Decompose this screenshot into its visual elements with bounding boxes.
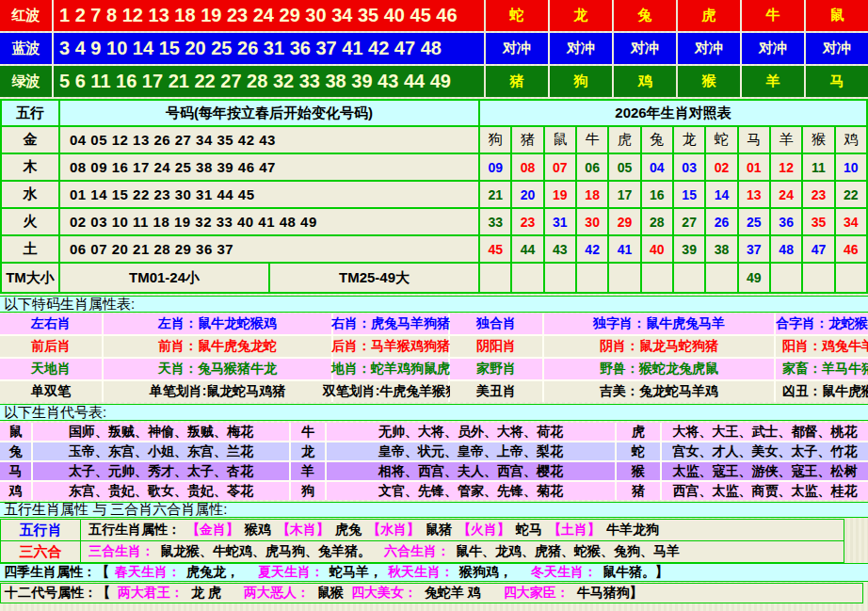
section-title-harmony: 五行生肖属性 与 三合肖六合肖属性: [0, 502, 868, 518]
attr-label: 阴阳肖 [450, 336, 542, 357]
zodiac-number-cell: 38 [706, 236, 736, 262]
zodiac-header-cell: 羊 [771, 127, 801, 153]
zodiac-number-cell: 29 [609, 209, 639, 234]
code-values: 东宫、贵妃、歌女、贵妃、苓花 [33, 482, 289, 500]
code-values: 无帅、大将、员外、大将、荷花 [327, 423, 615, 441]
zodiac-number-cell [577, 264, 607, 292]
zodiac-number-cell: 48 [771, 236, 801, 262]
zodiac-header-cell: 兔 [642, 127, 672, 153]
zodiac-number-cell: 40 [642, 236, 672, 262]
zodiac-number-cell: 03 [674, 154, 704, 180]
wuxing-value: 猴鸡 [245, 522, 271, 539]
clash-cell: 对冲 [486, 33, 548, 64]
attr-value: 阴肖：鼠龙马蛇狗猪 [544, 336, 774, 357]
zodiac-number-cell: 26 [706, 209, 736, 234]
zodiac-number-cell [706, 264, 736, 292]
code-zodiac-label: 虎 [617, 423, 660, 441]
zodiac-number-cell: 35 [803, 209, 833, 234]
code-values: 国师、叛贼、神偷、叛贼、梅花 [33, 423, 289, 441]
red-wave-row: 红波 1 2 7 8 12 13 18 19 23 24 29 30 34 35… [0, 0, 868, 31]
five-element-harmony-table: 五行肖 五行生肖属性： 【金肖】猴鸡 【木肖】虎兔 【水肖】鼠猪 【火肖】蛇马 … [0, 519, 844, 563]
red-wave-numbers: 1 2 7 8 12 13 18 19 23 24 29 30 34 35 40… [54, 0, 484, 31]
clash-cell: 对冲 [742, 33, 804, 64]
attr-value: 家畜：羊马牛猪狗鸡 [776, 359, 868, 379]
zodiac-header-cell: 虎 [609, 127, 639, 153]
element-label-gold: 金 [2, 127, 58, 153]
attr-label: 单双笔 [0, 381, 102, 402]
element-label-fire: 火 [2, 209, 58, 234]
twelve-key: 四大家臣： [504, 585, 570, 602]
code-values: 大将、大王、武士、都督、桃花 [662, 423, 868, 441]
clash-cell: 对冲 [806, 33, 868, 64]
wuxing-value: 虎兔 [335, 522, 362, 539]
zodiac-number-cell: 22 [836, 182, 866, 207]
red-wave-zodiac-cell: 兔 [614, 0, 676, 31]
zodiac-number-cell: 23 [512, 209, 542, 234]
twelve-value: 鼠猴 [317, 585, 344, 602]
red-wave-zodiac-cell: 蛇 [486, 0, 548, 31]
attr-value: 后肖：马羊猴鸡狗猪 [333, 336, 448, 357]
seasons-title: 四季生肖属性：【 [4, 564, 109, 581]
season-value: 虎兔龙， [186, 564, 239, 581]
attr-value: 天肖：兔马猴猪牛龙 [104, 359, 331, 379]
green-wave-zodiac-cell: 猴 [678, 66, 740, 97]
zodiac-number-cell: 15 [674, 182, 704, 207]
attr-value: 单笔划肖:鼠龙蛇马鸡猪 [104, 381, 331, 402]
zodiac-number-cell: 36 [771, 209, 801, 234]
zodiac-number-cell: 30 [577, 209, 607, 234]
zodiac-header-cell: 鸡 [836, 127, 866, 153]
code-zodiac-label: 龙 [291, 442, 325, 460]
zodiac-number-cell: 25 [739, 209, 769, 234]
tm-size-label: TM大小 [2, 264, 58, 292]
green-wave-zodiac-cell: 马 [806, 66, 868, 97]
zodiac-header-cell: 狗 [480, 127, 510, 153]
clash-cell: 对冲 [614, 33, 676, 64]
header-numbers: 号码(每年按立春后开始变化号码) [60, 101, 478, 125]
header-five-elements: 五行 [2, 101, 58, 125]
zodiac-number-cell [771, 264, 801, 292]
wuxing-value: 牛羊龙狗 [606, 522, 659, 539]
green-wave-zodiac-cell: 羊 [742, 66, 804, 97]
zodiac-number-cell: 49 [739, 264, 769, 292]
zodiac-number-cell: 27 [674, 209, 704, 234]
element-label-earth: 土 [2, 236, 58, 262]
zodiac-number-cell: 23 [803, 182, 833, 207]
zodiac-header-cell: 牛 [577, 127, 607, 153]
season-value: 蛇马羊， [330, 564, 382, 581]
zodiac-number-cell: 02 [706, 154, 736, 180]
attr-value: 凶丑：鼠牛虎猴狗猪 [776, 381, 868, 402]
season-key: 春天生肖： [115, 564, 181, 581]
attr-value: 野兽：猴蛇龙兔虎鼠 [544, 359, 774, 379]
zodiac-number-cell: 31 [545, 209, 575, 234]
five-elements-zodiac-table: 五行 号码(每年按立春后开始变化号码) 2026年生肖对照表 金 04 05 1… [0, 99, 868, 294]
wuxing-row-label: 五行肖 [1, 520, 80, 540]
zodiac-number-cell: 05 [609, 154, 639, 180]
code-values: 太监、寇王、游侠、寇王、松树 [662, 462, 868, 480]
sanhe-key: 三合生肖： [88, 543, 154, 560]
attr-value: 右肖：虎兔马羊狗猪 [333, 314, 448, 334]
twelve-key: 两大君王： [118, 585, 184, 602]
zodiac-number-cell: 46 [836, 236, 866, 262]
code-values: 西宫、太监、商贾、太监、桂花 [662, 482, 868, 500]
blue-wave-label: 蓝波 [0, 33, 52, 64]
attr-value: 前肖：鼠牛虎兔龙蛇 [104, 336, 331, 357]
tm-big-cell: TM25-49大 [270, 264, 478, 292]
attr-value: 阳肖：鸡兔牛羊虎猴 [776, 336, 868, 357]
zodiac-number-cell [480, 264, 510, 292]
green-wave-label: 绿波 [0, 66, 52, 97]
zodiac-number-cell: 16 [642, 182, 672, 207]
zodiac-header-cell: 猪 [512, 127, 542, 153]
code-values: 皇帝、状元、皇帝、上帝、梨花 [327, 442, 615, 460]
zodiac-number-cell: 19 [545, 182, 575, 207]
code-zodiac-label: 猪 [617, 482, 660, 500]
zodiac-number-cell: 01 [739, 154, 769, 180]
season-value: 猴狗鸡， [459, 564, 512, 581]
wuxing-key: 【土肖】 [548, 522, 601, 539]
attr-label: 左右肖 [0, 314, 102, 334]
liuhe-value: 鼠牛、龙鸡、虎猪、蛇猴、兔狗、马羊 [456, 543, 680, 560]
code-zodiac-label: 羊 [291, 462, 325, 480]
code-values: 太子、元帅、秀才、太子、杏花 [33, 462, 289, 480]
zodiac-number-cell: 24 [771, 182, 801, 207]
code-values: 文官、先锋、管家、先锋、菊花 [327, 482, 615, 500]
zodiac-number-cell: 41 [609, 236, 639, 262]
